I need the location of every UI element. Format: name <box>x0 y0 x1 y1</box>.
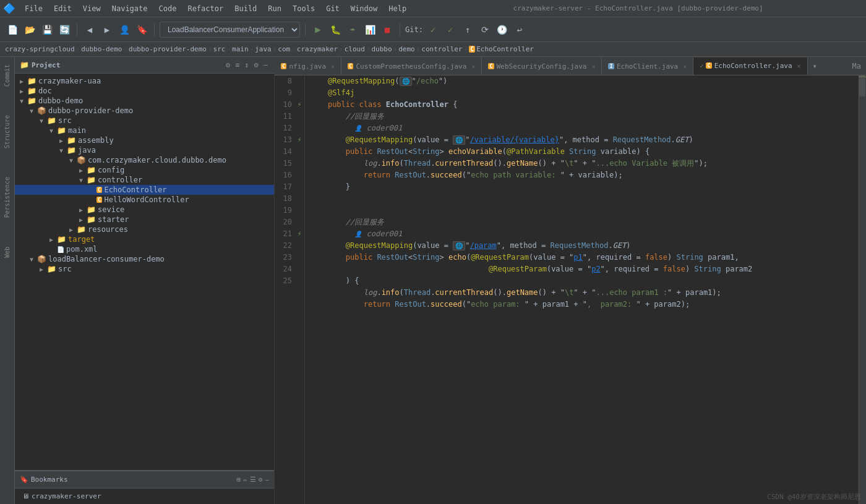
tab-nfig-java[interactable]: C nfig.java ✕ <box>275 58 341 75</box>
profile-btn[interactable]: 📊 <box>362 22 377 37</box>
tree-item-echo-controller[interactable]: C EchoController <box>15 185 274 195</box>
menu-run[interactable]: Run <box>263 3 286 14</box>
git-check2[interactable]: ✓ <box>443 22 458 37</box>
tree-item-assembly[interactable]: ▶ 📁 assembly <box>15 135 274 145</box>
breadcrumb-item-5[interactable]: java <box>255 45 272 53</box>
user-btn[interactable]: 👤 <box>117 22 132 37</box>
menu-navigate[interactable]: Navigate <box>107 3 153 14</box>
breadcrumb-item-11[interactable]: controller <box>421 45 462 53</box>
menu-help[interactable]: Help <box>384 3 411 14</box>
tree-label-assembly: assembly <box>78 136 114 145</box>
file-tree-sort-btn[interactable]: ↕ <box>243 59 250 70</box>
tab-echo-controller[interactable]: ✓ C EchoController.java ✕ <box>693 58 807 75</box>
menu-code[interactable]: Code <box>154 3 182 14</box>
open-btn[interactable]: 📂 <box>22 22 37 37</box>
panel-structure-icon[interactable]: Structure <box>1 110 13 153</box>
tab-actions-btn[interactable]: Ma <box>847 58 866 75</box>
tree-item-pom-xml[interactable]: 📄 pom.xml <box>15 244 274 254</box>
tree-item-target[interactable]: ▶ 📁 target <box>15 234 274 244</box>
tree-item-hello-controller[interactable]: C HelloWordController <box>15 195 274 205</box>
breadcrumb-item-0[interactable]: crazy-springcloud <box>5 45 75 53</box>
panel-git-icon[interactable]: Commit <box>1 59 13 92</box>
menu-edit[interactable]: Edit <box>49 3 77 14</box>
git-history[interactable]: 🕐 <box>495 22 510 37</box>
bookmark-server-item[interactable]: 🖥 crazymaker-server <box>20 491 269 502</box>
tree-item-controller[interactable]: ▼ 📁 controller <box>15 175 274 185</box>
tab-close-3[interactable]: ✕ <box>683 63 687 70</box>
tree-item-loadbalancer[interactable]: ▼ 📦 loadBalancer-consumer-demo <box>15 254 274 264</box>
tree-item-src[interactable]: ▼ 📁 src <box>15 116 274 126</box>
tree-item-sevice[interactable]: ▶ 📁 sevice <box>15 205 274 215</box>
panel-web-icon[interactable]: Web <box>1 242 13 263</box>
right-minimap[interactable] <box>859 75 866 504</box>
breadcrumb-item-12[interactable]: EchoController <box>476 45 534 53</box>
git-fetch[interactable]: ⟳ <box>478 22 492 37</box>
file-tree-collapse-btn[interactable]: ≡ <box>234 59 241 70</box>
tab-close-0[interactable]: ✕ <box>331 63 335 70</box>
bookmarks-list-btn[interactable]: ☰ <box>250 476 256 484</box>
save-btn[interactable]: 💾 <box>40 22 54 37</box>
panel-persistence-icon[interactable]: Persistence <box>1 172 13 223</box>
git-check1[interactable]: ✓ <box>426 22 440 37</box>
breadcrumb-item-2[interactable]: dubbo-provider-demo <box>129 45 207 53</box>
tree-item-crazymaker-uaa[interactable]: ▶ 📁 crazymaker-uaa <box>15 76 274 86</box>
file-tree-settings-btn[interactable]: ⚙ <box>253 59 260 70</box>
breadcrumb-item-9[interactable]: dubbo <box>371 45 392 53</box>
git-rollback[interactable]: ↩ <box>512 22 527 37</box>
menu-build[interactable]: Build <box>229 3 262 14</box>
tree-item-main[interactable]: ▼ 📁 main <box>15 126 274 135</box>
left-panel-icons: Commit Structure Persistence Web <box>0 57 15 504</box>
file-tree-close-btn[interactable]: — <box>262 59 269 70</box>
coverage-btn[interactable]: ☂ <box>345 22 360 37</box>
new-file-btn[interactable]: 📄 <box>5 22 20 37</box>
breadcrumb-item-8[interactable]: cloud <box>345 45 365 53</box>
breadcrumb: crazy-springcloud › dubbo-demo › dubbo-p… <box>0 42 866 57</box>
tree-item-src2[interactable]: ▶ 📁 src <box>15 264 274 274</box>
tree-item-dubbo-demo[interactable]: ▼ 📁 dubbo-demo <box>15 96 274 106</box>
run-btn[interactable]: ▶ <box>311 22 325 37</box>
bookmark-btn[interactable]: 🔖 <box>134 22 149 37</box>
run-config-dropdown[interactable]: LoadBalancerConsumerApplication DubboPro… <box>160 22 300 38</box>
bookmarks-edit-btn[interactable]: ✏ <box>243 476 247 484</box>
breadcrumb-item-7[interactable]: crazymaker <box>297 45 338 53</box>
sync-btn[interactable]: 🔄 <box>57 22 72 37</box>
tree-item-java[interactable]: ▼ 📁 java <box>15 145 274 155</box>
tree-item-dubbo-provider-demo[interactable]: ▼ 📦 dubbo-provider-demo <box>15 106 274 116</box>
menu-tools[interactable]: Tools <box>288 3 320 14</box>
git-push[interactable]: ↑ <box>460 22 475 37</box>
tab-close-2[interactable]: ✕ <box>591 63 595 70</box>
stop-btn[interactable]: ■ <box>380 22 395 37</box>
bookmarks-expand-btn[interactable]: ⊞ <box>237 476 241 484</box>
menu-git[interactable]: Git <box>321 3 345 14</box>
tab-custom-prometheus[interactable]: C CustomPrometheusConfig.java ✕ <box>341 58 482 75</box>
tree-item-starter[interactable]: ▶ 📁 starter <box>15 215 274 224</box>
menu-window[interactable]: Window <box>346 3 382 14</box>
tab-echo-client[interactable]: I EchoClient.java ✕ <box>602 58 693 75</box>
forward-btn[interactable]: ▶ <box>100 22 114 37</box>
tab-close-4[interactable]: ✕ <box>797 62 801 69</box>
breadcrumb-item-10[interactable]: demo <box>398 45 415 53</box>
bookmarks-close-btn[interactable]: — <box>265 476 269 484</box>
breadcrumb-item-6[interactable]: com <box>278 45 290 53</box>
tab-overflow-btn[interactable]: ▾ <box>808 58 822 75</box>
tree-item-resources[interactable]: ▶ 📁 resources <box>15 224 274 234</box>
tree-item-doc[interactable]: ▶ 📁 doc <box>15 86 274 96</box>
tab-close-1[interactable]: ✕ <box>471 63 475 70</box>
breadcrumb-item-1[interactable]: dubbo-demo <box>81 45 122 53</box>
breadcrumb-item-4[interactable]: main <box>232 45 249 53</box>
sep3 <box>305 23 306 36</box>
debug-btn[interactable]: 🐛 <box>328 22 343 37</box>
tree-item-package[interactable]: ▼ 📦 com.crazymaker.cloud.dubbo.demo <box>15 155 274 165</box>
menu-view[interactable]: View <box>78 3 106 14</box>
code-editor[interactable]: @RequestMapping(🌐"/echo") @Slf4j public … <box>305 75 859 504</box>
bookmarks-settings-btn[interactable]: ⚙ <box>259 476 263 484</box>
file-tree-gear-btn[interactable]: ⚙ <box>225 59 231 70</box>
tab-web-security[interactable]: C WebSecurityConfig.java ✕ <box>482 58 602 75</box>
tree-item-config[interactable]: ▶ 📁 config <box>15 165 274 175</box>
menu-file[interactable]: File <box>20 3 48 14</box>
git-label: Git: <box>405 25 423 34</box>
breadcrumb-item-3[interactable]: src <box>213 45 226 53</box>
menu-refactor[interactable]: Refactor <box>182 3 228 14</box>
back-btn[interactable]: ◀ <box>82 22 97 37</box>
code-line-14: log.info(Thread.currentThread().getName(… <box>310 158 854 169</box>
